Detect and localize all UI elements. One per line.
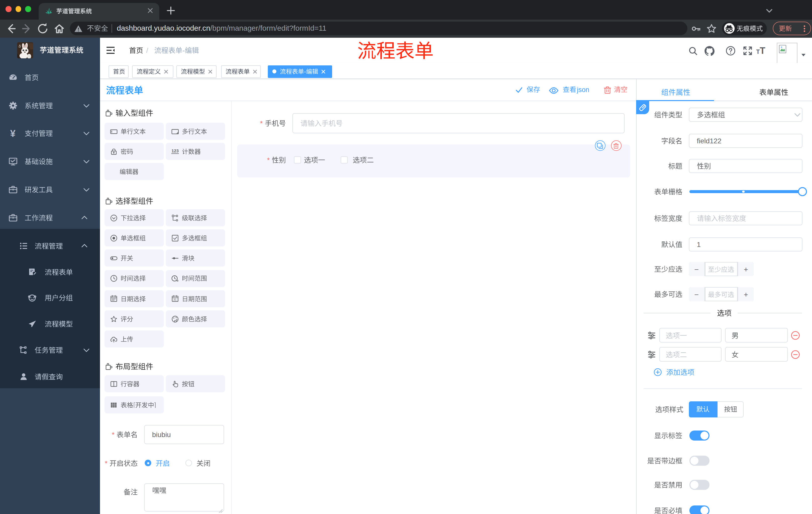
svg-text:31: 31: [173, 298, 176, 301]
